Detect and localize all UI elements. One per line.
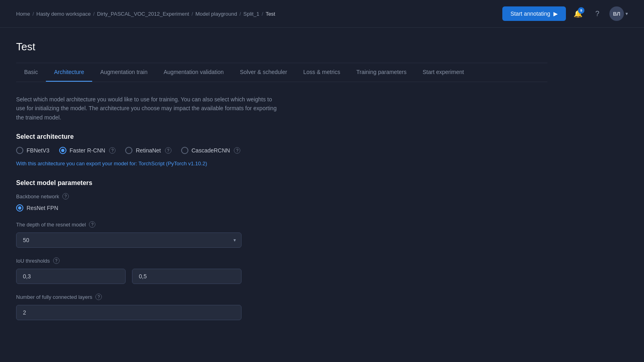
breadcrumb-sep-5: / [262, 11, 263, 17]
breadcrumb-current: Test [266, 11, 275, 17]
backbone-options: ResNet FPN [16, 204, 547, 212]
breadcrumb-home[interactable]: Home [16, 11, 30, 17]
tab-augmentation-train[interactable]: Augmentation train [92, 63, 156, 82]
resnet-depth-help-icon[interactable]: ? [89, 221, 95, 228]
tab-architecture[interactable]: Architecture [46, 63, 92, 82]
tab-augmentation-validation[interactable]: Augmentation validation [155, 63, 231, 82]
tab-training-parameters[interactable]: Training parameters [348, 63, 415, 82]
resnet-depth-select-wrapper: 18 34 50 101 152 ▾ [16, 232, 242, 248]
tab-basic[interactable]: Basic [16, 63, 46, 82]
iou-thresholds-label: IoU thresholds ? [16, 257, 547, 264]
resnet-depth-label: The depth of the resnet model ? [16, 221, 547, 228]
breadcrumb-sep-4: / [239, 11, 241, 17]
user-menu[interactable]: ВЛ ▾ [609, 6, 628, 21]
breadcrumb-workspace[interactable]: Hasty demo workspace [36, 11, 91, 17]
breadcrumb-experiment[interactable]: Dirty_PASCAL_VOC_2012_Experiment [97, 11, 189, 17]
fully-connected-group: Number of fully connected layers ? [16, 294, 547, 320]
main-content: Test BasicArchitectureAugmentation train… [0, 28, 564, 343]
page-title: Test [16, 41, 547, 53]
breadcrumb-sep-1: / [33, 11, 34, 17]
iou-threshold-2-input[interactable] [132, 269, 242, 284]
arch-radio-faster-rcnn[interactable] [59, 147, 66, 154]
fully-connected-label: Number of fully connected layers ? [16, 294, 547, 300]
backbone-option-label: ResNet FPN [27, 205, 58, 211]
backbone-option-resnet-fpn[interactable]: ResNet FPN [16, 204, 58, 212]
iou-thresholds-group: IoU thresholds ? [16, 257, 547, 284]
select-architecture-section: Select architecture FBNetV3Faster R-CNN?… [16, 133, 547, 167]
model-params-title: Select model parameters [16, 179, 547, 187]
arch-radio-cascadercnn[interactable] [181, 147, 188, 154]
backbone-radio-resnet-fpn[interactable] [16, 204, 23, 212]
breadcrumb-sep-2: / [93, 11, 95, 17]
arch-option-retinanet[interactable]: RetinaNet? [125, 147, 171, 154]
header-actions: Start annotating ▶ 🔔 9 ? ВЛ ▾ [502, 6, 628, 21]
breadcrumb-split[interactable]: Split_1 [244, 11, 260, 17]
model-params-section: Select model parameters Backbone network… [16, 179, 547, 320]
backbone-group: Backbone network ? ResNet FPN [16, 193, 547, 212]
breadcrumb-sep-3: / [192, 11, 193, 17]
tab-loss-metrics[interactable]: Loss & metrics [295, 63, 348, 82]
arch-option-faster-rcnn[interactable]: Faster R-CNN? [59, 147, 116, 154]
backbone-label: Backbone network ? [16, 193, 547, 200]
arch-help-icon-retinanet[interactable]: ? [165, 147, 171, 154]
arch-option-label-retinanet: RetinaNet [136, 147, 161, 154]
resnet-depth-select[interactable]: 18 34 50 101 152 [16, 232, 242, 248]
start-annotating-button[interactable]: Start annotating ▶ [502, 6, 566, 21]
arrow-right-icon: ▶ [553, 10, 558, 17]
architecture-description: Select which model architecture you woul… [16, 95, 282, 122]
export-info: With this architecture you can export yo… [16, 160, 547, 167]
arch-option-cascadercnn[interactable]: CascadeRCNN? [181, 147, 241, 154]
iou-threshold-1-input[interactable] [16, 269, 126, 284]
avatar[interactable]: ВЛ [609, 6, 624, 21]
arch-radio-fbnetv3[interactable] [16, 147, 23, 154]
help-button[interactable]: ? [590, 6, 605, 21]
breadcrumb: Home / Hasty demo workspace / Dirty_PASC… [16, 11, 275, 17]
select-architecture-title: Select architecture [16, 133, 547, 140]
arch-option-label-cascadercnn: CascadeRCNN [192, 147, 230, 154]
backbone-help-icon[interactable]: ? [62, 193, 69, 200]
arch-help-icon-cascadercnn[interactable]: ? [234, 147, 240, 154]
tab-start-experiment[interactable]: Start experiment [415, 63, 472, 82]
fully-connected-help-icon[interactable]: ? [95, 294, 102, 300]
arch-option-label-fbnetv3: FBNetV3 [27, 147, 50, 154]
arch-radio-retinanet[interactable] [125, 147, 132, 154]
breadcrumb-playground[interactable]: Model playground [196, 11, 237, 17]
tab-solver-scheduler[interactable]: Solver & scheduler [232, 63, 295, 82]
fully-connected-input[interactable] [16, 305, 242, 320]
iou-inputs [16, 269, 242, 284]
arch-option-label-faster-rcnn: Faster R-CNN [70, 147, 105, 154]
architecture-options: FBNetV3Faster R-CNN?RetinaNet?CascadeRCN… [16, 147, 547, 154]
iou-help-icon[interactable]: ? [53, 257, 60, 264]
arch-help-icon-faster-rcnn[interactable]: ? [109, 147, 116, 154]
question-icon: ? [595, 10, 599, 18]
chevron-down-icon: ▾ [625, 11, 628, 16]
header: Home / Hasty demo workspace / Dirty_PASC… [0, 0, 644, 28]
arch-option-fbnetv3[interactable]: FBNetV3 [16, 147, 50, 154]
notifications-button[interactable]: 🔔 9 [571, 6, 585, 21]
tabs-bar: BasicArchitectureAugmentation trainAugme… [16, 63, 547, 82]
resnet-depth-group: The depth of the resnet model ? 18 34 50… [16, 221, 547, 248]
notification-badge: 9 [578, 7, 584, 14]
